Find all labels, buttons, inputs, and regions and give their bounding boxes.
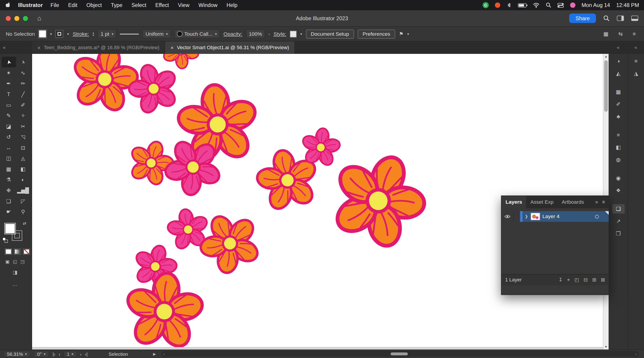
scroll-right-icon[interactable]: › — [636, 352, 636, 356]
create-sublayer-icon[interactable]: ⊟ — [584, 277, 588, 283]
transparency-panel-icon[interactable]: ◍ — [612, 155, 624, 164]
scale-tool[interactable]: ◹ — [16, 132, 30, 142]
last-artboard-icon[interactable]: ›| — [85, 352, 88, 356]
gradient-tool[interactable]: ◧ — [16, 164, 30, 174]
appearance-panel-icon[interactable]: ◉ — [612, 174, 624, 183]
wifi-icon[interactable] — [532, 3, 540, 8]
stroke-weight-dropdown-icon[interactable]: ▾ — [112, 32, 114, 36]
edit-toolbar-icon[interactable]: … — [12, 281, 32, 287]
gradient-panel-icon[interactable]: ◧ — [612, 142, 624, 152]
gpu-performance-icon[interactable]: ⚑ — [399, 31, 404, 37]
menu-bar-date[interactable]: Mon Aug 14 — [582, 2, 610, 8]
brush-definition-field[interactable]: Touch Call... ▾ — [174, 30, 220, 38]
layer-row[interactable]: ❯Layer 4 — [502, 211, 608, 222]
stroke-panel-icon[interactable]: ≡ — [612, 130, 624, 140]
horizontal-scroll-thumb[interactable] — [390, 352, 408, 355]
status-flyout-icon[interactable]: ▶ — [153, 352, 156, 356]
collect-for-export-icon[interactable]: ↧ — [558, 277, 562, 283]
collapse-inner-rail-icon[interactable]: « — [609, 42, 628, 54]
document-setup-button[interactable]: Document Setup — [306, 30, 354, 38]
eyedropper-tool[interactable]: ⚗ — [1, 174, 16, 185]
width-profile-dropdown-icon[interactable]: ▾ — [166, 32, 168, 36]
shaper-tool[interactable]: ✧ — [16, 110, 30, 121]
brushes-panel-icon[interactable]: ✐ — [612, 100, 624, 109]
menubar-app-icon-2[interactable] — [570, 2, 576, 8]
search-icon[interactable] — [603, 15, 610, 21]
zoom-dropdown-icon[interactable]: ▾ — [25, 352, 27, 356]
menu-help[interactable]: Help — [226, 2, 238, 8]
layers-panel-icon[interactable]: ❏ — [612, 204, 624, 214]
rectangle-tool[interactable]: ▭ — [1, 100, 16, 110]
window-layout-icon[interactable] — [631, 16, 638, 21]
export-panel-icon[interactable]: ↗ — [612, 216, 624, 226]
menu-effect[interactable]: Effect — [156, 2, 169, 8]
panels-layout-icon[interactable] — [617, 16, 624, 21]
style-dropdown-icon[interactable]: ▾ — [300, 32, 302, 36]
menu-bar-clock[interactable]: 12:48 PM — [616, 2, 639, 8]
free-transform-tool[interactable]: ⊡ — [16, 142, 30, 153]
first-artboard-icon[interactable]: |‹ — [52, 352, 55, 356]
next-artboard-icon[interactable]: › — [80, 352, 82, 356]
menu-file[interactable]: File — [50, 2, 59, 8]
color-panel-icon[interactable]: ◑ — [612, 56, 624, 66]
document-tab-0[interactable]: ×Teen_Bedding_assets.ai* @ 16.89 % (RGB/… — [32, 42, 165, 54]
horizontal-scrollbar[interactable]: ‹ › — [161, 351, 638, 357]
home-icon[interactable]: ⌂ — [37, 14, 41, 22]
eraser-tool[interactable]: ◪ — [1, 121, 16, 132]
perspective-grid-tool[interactable]: ◬ — [16, 153, 30, 164]
swatches-panel-icon[interactable]: ▦ — [612, 87, 624, 96]
graphic-styles-panel-icon[interactable]: ❖ — [612, 186, 624, 195]
close-tab-icon[interactable]: × — [171, 44, 174, 50]
draw-inside-icon[interactable]: ◳ — [20, 259, 25, 264]
menu-object[interactable]: Object — [86, 2, 102, 8]
style-panel-link[interactable]: Style: — [274, 31, 286, 37]
close-window-button[interactable] — [6, 16, 11, 21]
screen-mode-icon[interactable]: ◨ — [13, 270, 32, 275]
opacity-panel-link[interactable]: Opacity: — [224, 31, 242, 37]
spotlight-icon[interactable] — [546, 2, 551, 8]
draw-normal-icon[interactable]: ▣ — [6, 259, 10, 264]
menu-type[interactable]: Type — [111, 2, 122, 8]
artboard-number-field[interactable]: 1 ▾ — [64, 350, 76, 357]
layers-panel-menu-icon[interactable]: ≡ — [602, 199, 605, 205]
bluetooth-icon[interactable] — [506, 2, 512, 8]
opacity-flyout-icon[interactable]: › — [268, 32, 270, 36]
hand-tool[interactable]: ☛ — [1, 206, 16, 217]
libraries-panel-icon[interactable]: ◮ — [630, 68, 642, 78]
opacity-field[interactable]: 100% — [246, 30, 265, 38]
preferences-button[interactable]: Preferences — [358, 30, 395, 38]
arrange-documents-icon[interactable]: ▦ — [603, 31, 608, 37]
flower-8[interactable] — [316, 140, 440, 262]
new-layer-icon[interactable]: ⊞ — [592, 277, 596, 283]
minimize-window-button[interactable] — [14, 16, 19, 21]
flower-10[interactable] — [188, 203, 272, 284]
slice-tool[interactable]: ◸ — [16, 196, 30, 206]
brush-dropdown-icon[interactable]: ▾ — [215, 32, 217, 36]
flower-12[interactable] — [120, 270, 208, 350]
fill-color-indicator[interactable] — [5, 224, 15, 234]
pencil-tool[interactable]: ✎ — [1, 110, 16, 121]
color-guide-panel-icon[interactable]: ◭ — [612, 68, 624, 78]
grammarly-icon[interactable]: G — [482, 2, 488, 8]
active-app-name[interactable]: Illustrator — [18, 2, 43, 8]
pen-tool[interactable]: ✒ — [1, 78, 16, 89]
menubar-app-icon[interactable] — [495, 2, 500, 8]
zoom-window-button[interactable] — [23, 16, 28, 21]
magic-wand-tool[interactable]: ✶ — [1, 68, 16, 78]
expand-layer-icon[interactable]: ❯ — [525, 214, 528, 218]
rotate-tool[interactable]: ↺ — [1, 132, 16, 142]
symbol-sprayer-tool[interactable]: ❉ — [1, 185, 16, 196]
layer-thumbnail[interactable] — [530, 213, 540, 220]
workspace-switcher-icon[interactable]: ⇆ — [618, 31, 623, 37]
draw-behind-icon[interactable]: ◱ — [13, 259, 17, 264]
layer-row-main[interactable]: ❯Layer 4 — [520, 211, 609, 222]
artboards-panel-icon[interactable]: ❒ — [612, 229, 624, 238]
curvature-tool[interactable]: ✏ — [16, 78, 30, 89]
type-tool[interactable]: T — [1, 89, 16, 100]
fill-color-swatch[interactable] — [38, 30, 46, 38]
scissors-tool[interactable]: ✂ — [16, 121, 30, 132]
artboard-tool[interactable]: ❏ — [1, 196, 16, 206]
previous-artboard-icon[interactable]: ‹ — [58, 352, 60, 356]
scroll-up-icon[interactable]: ▲ — [603, 54, 609, 58]
layer-lock-cell[interactable] — [514, 211, 520, 222]
